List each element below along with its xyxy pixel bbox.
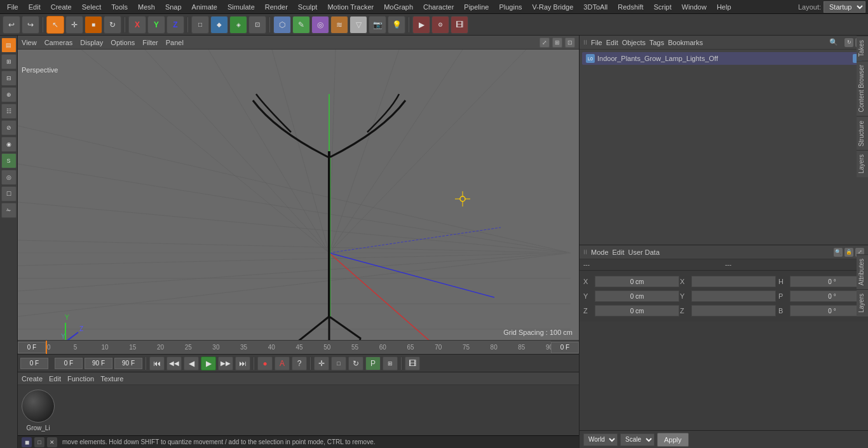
obj-menu-bookmarks[interactable]: Bookmarks (668, 39, 703, 46)
left-sculpt-button[interactable]: ◉ (1, 137, 17, 152)
timeline-ruler[interactable]: 0 5 10 15 20 25 30 35 40 45 50 55 60 65 … (46, 341, 551, 354)
axis-x-button[interactable]: X (128, 16, 146, 34)
menu-window[interactable]: Window (677, 2, 711, 12)
coord-input-x-pos[interactable]: 0 cm (595, 276, 679, 287)
step-forward-button[interactable]: ▶▶ (218, 356, 233, 370)
menu-vray[interactable]: V-Ray Bridge (528, 2, 578, 12)
coord-input-y-pos[interactable]: 0 cm (595, 290, 679, 302)
menu-redshift[interactable]: Redshift (613, 2, 648, 12)
render-settings-button[interactable]: ⚙ (431, 16, 449, 34)
vp-layout-button[interactable]: ⊞ (552, 37, 562, 48)
mat-menu-texture[interactable]: Texture (100, 375, 123, 383)
search-icon[interactable]: 🔍 (829, 38, 838, 46)
menu-help[interactable]: Help (712, 2, 736, 12)
frame-end2-field[interactable] (114, 358, 142, 369)
left-anim-button[interactable]: ☷ (1, 104, 17, 119)
nurbs-button[interactable]: ◎ (311, 16, 329, 34)
timeline-start-input[interactable]: 0 F (18, 342, 46, 353)
menu-render[interactable]: Render (261, 2, 292, 12)
menu-pipeline[interactable]: Pipeline (459, 2, 493, 12)
viewport-area[interactable]: View Cameras Display Options Filter Pane… (18, 36, 579, 340)
coord-input-z-pos[interactable]: 0 cm (595, 305, 679, 316)
menu-animate[interactable]: Animate (187, 2, 222, 12)
cube-button[interactable]: ⬡ (273, 16, 291, 34)
autokey-button[interactable]: A (275, 356, 290, 370)
viewport-canvas[interactable]: Y Z X Y Z (18, 50, 579, 340)
menu-motion-tracker[interactable]: Motion Tracker (323, 2, 378, 12)
axis-y-button[interactable]: Y (147, 16, 165, 34)
motion-scale-button[interactable]: □ (331, 356, 346, 370)
prev-key-button[interactable]: ◀◀ (166, 356, 182, 370)
goto-end-button[interactable]: ⏭ (235, 356, 250, 370)
render-region-button[interactable]: 🎞 (405, 356, 420, 370)
vp-menu-panel[interactable]: Panel (166, 39, 184, 46)
mat-menu-edit[interactable]: Edit (49, 375, 61, 383)
tab-layers[interactable]: Layers (857, 150, 868, 177)
menu-3dtoall[interactable]: 3DToAll (579, 2, 612, 12)
play-button[interactable]: ▶ (201, 356, 216, 370)
vp-expand-button[interactable]: ⤢ (539, 37, 550, 48)
status-icon-close[interactable]: ✕ (47, 437, 57, 447)
render-to-picture-button[interactable]: 🎞 (451, 16, 468, 34)
menu-character[interactable]: Character (419, 2, 458, 12)
left-texture-button[interactable]: ⊟ (1, 71, 17, 86)
coord-input-y-rot[interactable] (691, 290, 776, 302)
menu-script[interactable]: Script (649, 2, 676, 12)
status-icon-window[interactable]: □ (34, 437, 44, 447)
object-item-grow-lamp[interactable]: L0 Indoor_Plants_Grow_Lamp_Lights_Off (582, 52, 865, 65)
axis-z-button[interactable]: Z (166, 16, 184, 34)
obj-menu-tags[interactable]: Tags (649, 39, 664, 46)
tab-layers2[interactable]: Layers (857, 289, 868, 316)
coord-input-z-rot[interactable] (691, 305, 776, 316)
scale-dropdown[interactable]: Scale (620, 433, 654, 446)
status-icon-record[interactable]: ◼ (22, 437, 32, 447)
camera-button[interactable]: 📷 (369, 16, 386, 34)
apply-button[interactable]: Apply (657, 433, 689, 447)
tab-content-browser[interactable]: Content Browser (857, 60, 868, 116)
vp-menu-options[interactable]: Options (111, 39, 135, 46)
motion-rotate-button[interactable]: ↻ (348, 356, 363, 370)
scene-button[interactable]: ▽ (349, 16, 367, 34)
rotate-mode-button[interactable]: ↻ (104, 16, 121, 34)
menu-sculpt[interactable]: Sculpt (294, 2, 322, 12)
menu-file[interactable]: File (3, 2, 23, 12)
goto-start-button[interactable]: ⏮ (149, 356, 165, 370)
vp-menu-filter[interactable]: Filter (142, 39, 158, 46)
left-select-button[interactable]: ☐ (1, 186, 17, 201)
world-dropdown[interactable]: World (583, 433, 618, 446)
menu-edit[interactable]: Edit (24, 2, 45, 12)
record-button[interactable]: ● (257, 356, 273, 370)
mat-menu-function[interactable]: Function (67, 375, 94, 383)
menu-snap[interactable]: Snap (161, 2, 186, 12)
obj-menu-objects[interactable]: Objects (622, 39, 646, 46)
left-model-button[interactable]: ▤ (1, 37, 17, 53)
obj-refresh-icon[interactable]: ↻ (844, 38, 853, 47)
menu-mesh[interactable]: Mesh (133, 2, 159, 12)
menu-mograph[interactable]: MoGraph (379, 2, 417, 12)
undo-button[interactable]: ↩ (3, 16, 20, 34)
frame-start-field[interactable] (55, 358, 83, 369)
left-snap-button[interactable]: ⊕ (1, 87, 17, 102)
scale-mode-button[interactable]: ■ (85, 16, 102, 34)
menu-simulate[interactable]: Simulate (223, 2, 259, 12)
mat-menu-create[interactable]: Create (22, 375, 43, 383)
menu-plugins[interactable]: Plugins (494, 2, 526, 12)
left-mesh-button[interactable]: ⊞ (1, 54, 17, 69)
attr-menu-mode[interactable]: Mode (591, 248, 609, 256)
obj-menu-file[interactable]: File (591, 39, 602, 46)
left-knife-button[interactable]: ✁ (1, 203, 17, 218)
redo-button[interactable]: ↪ (22, 16, 39, 34)
menu-create[interactable]: Create (46, 2, 76, 12)
component-mode-button[interactable]: ◆ (210, 16, 228, 34)
left-paint-button[interactable]: S (1, 153, 17, 168)
attr-search-icon[interactable]: 🔍 (834, 248, 843, 257)
cursor-mode-button[interactable]: ↖ (46, 16, 64, 34)
attr-lock-icon[interactable]: 🔒 (844, 248, 853, 257)
attr-menu-userdata[interactable]: User Data (628, 248, 660, 256)
help-button[interactable]: ? (292, 356, 307, 370)
spline-button[interactable]: ✎ (292, 16, 310, 34)
frame-end-field[interactable] (85, 358, 112, 369)
vp-menu-view[interactable]: View (22, 39, 37, 46)
vp-menu-cameras[interactable]: Cameras (44, 39, 73, 46)
menu-select[interactable]: Select (78, 2, 106, 12)
